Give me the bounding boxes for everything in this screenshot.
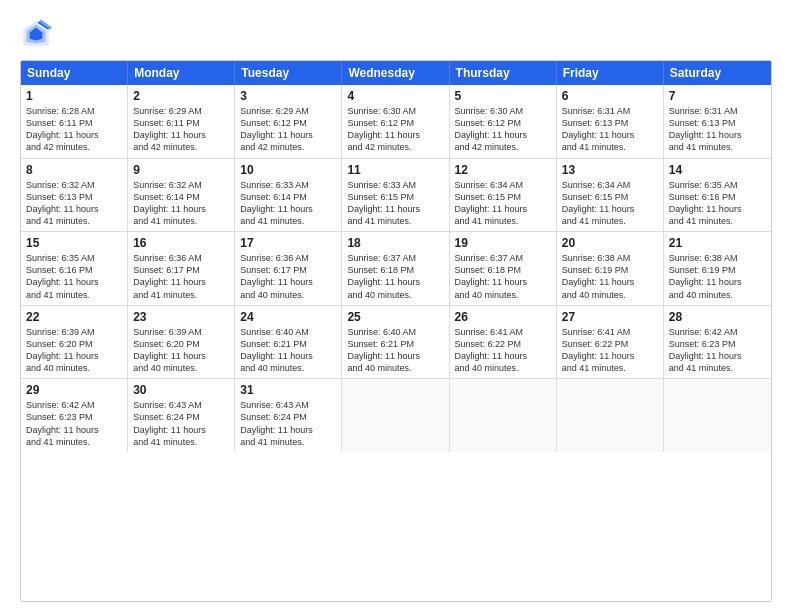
- calendar-day-27: 27Sunrise: 6:41 AMSunset: 6:22 PMDayligh…: [557, 306, 664, 379]
- calendar-day-2: 2Sunrise: 6:29 AMSunset: 6:11 PMDaylight…: [128, 85, 235, 158]
- day-number: 13: [562, 163, 658, 177]
- cell-info-line: Sunset: 6:13 PM: [669, 117, 766, 129]
- calendar-empty-cell: [664, 379, 771, 452]
- cell-info-line: and 41 minutes.: [562, 141, 658, 153]
- cell-info-line: and 40 minutes.: [347, 289, 443, 301]
- cell-info-line: Sunset: 6:17 PM: [133, 264, 229, 276]
- cell-info-line: and 41 minutes.: [240, 436, 336, 448]
- day-number: 30: [133, 383, 229, 397]
- cell-info-line: Daylight: 11 hours: [669, 276, 766, 288]
- logo: [20, 18, 56, 50]
- cell-info-line: Sunrise: 6:34 AM: [455, 179, 551, 191]
- calendar-empty-cell: [557, 379, 664, 452]
- cell-info-line: Daylight: 11 hours: [562, 276, 658, 288]
- day-number: 31: [240, 383, 336, 397]
- cell-info-line: and 40 minutes.: [455, 289, 551, 301]
- day-number: 18: [347, 236, 443, 250]
- cell-info-line: Daylight: 11 hours: [133, 350, 229, 362]
- day-header-wednesday: Wednesday: [342, 61, 449, 85]
- calendar-week-3: 15Sunrise: 6:35 AMSunset: 6:16 PMDayligh…: [21, 232, 771, 306]
- cell-info-line: Daylight: 11 hours: [240, 350, 336, 362]
- day-number: 28: [669, 310, 766, 324]
- cell-info-line: Sunset: 6:11 PM: [133, 117, 229, 129]
- calendar-day-13: 13Sunrise: 6:34 AMSunset: 6:15 PMDayligh…: [557, 159, 664, 232]
- cell-info-line: Sunset: 6:20 PM: [26, 338, 122, 350]
- day-number: 16: [133, 236, 229, 250]
- calendar-empty-cell: [342, 379, 449, 452]
- cell-info-line: Sunset: 6:23 PM: [26, 411, 122, 423]
- cell-info-line: Daylight: 11 hours: [240, 276, 336, 288]
- cell-info-line: Daylight: 11 hours: [26, 424, 122, 436]
- day-number: 24: [240, 310, 336, 324]
- day-number: 14: [669, 163, 766, 177]
- day-number: 25: [347, 310, 443, 324]
- cell-info-line: and 40 minutes.: [240, 362, 336, 374]
- day-number: 19: [455, 236, 551, 250]
- calendar-body: 1Sunrise: 6:28 AMSunset: 6:11 PMDaylight…: [21, 85, 771, 452]
- cell-info-line: Sunrise: 6:33 AM: [347, 179, 443, 191]
- cell-info-line: Sunset: 6:15 PM: [455, 191, 551, 203]
- cell-info-line: Sunrise: 6:40 AM: [240, 326, 336, 338]
- cell-info-line: Sunrise: 6:30 AM: [347, 105, 443, 117]
- cell-info-line: Sunrise: 6:31 AM: [669, 105, 766, 117]
- calendar-day-15: 15Sunrise: 6:35 AMSunset: 6:16 PMDayligh…: [21, 232, 128, 305]
- day-number: 26: [455, 310, 551, 324]
- cell-info-line: Daylight: 11 hours: [669, 203, 766, 215]
- cell-info-line: and 41 minutes.: [240, 215, 336, 227]
- cell-info-line: and 40 minutes.: [26, 362, 122, 374]
- calendar-day-7: 7Sunrise: 6:31 AMSunset: 6:13 PMDaylight…: [664, 85, 771, 158]
- cell-info-line: Sunset: 6:23 PM: [669, 338, 766, 350]
- cell-info-line: Sunset: 6:19 PM: [669, 264, 766, 276]
- cell-info-line: Daylight: 11 hours: [669, 350, 766, 362]
- cell-info-line: Sunrise: 6:43 AM: [240, 399, 336, 411]
- cell-info-line: and 42 minutes.: [26, 141, 122, 153]
- cell-info-line: Sunrise: 6:40 AM: [347, 326, 443, 338]
- cell-info-line: Sunset: 6:21 PM: [240, 338, 336, 350]
- calendar-day-20: 20Sunrise: 6:38 AMSunset: 6:19 PMDayligh…: [557, 232, 664, 305]
- calendar-week-4: 22Sunrise: 6:39 AMSunset: 6:20 PMDayligh…: [21, 306, 771, 380]
- day-number: 10: [240, 163, 336, 177]
- cell-info-line: and 41 minutes.: [133, 436, 229, 448]
- day-number: 12: [455, 163, 551, 177]
- cell-info-line: Sunrise: 6:41 AM: [562, 326, 658, 338]
- cell-info-line: Sunset: 6:14 PM: [133, 191, 229, 203]
- cell-info-line: and 41 minutes.: [455, 215, 551, 227]
- cell-info-line: and 42 minutes.: [240, 141, 336, 153]
- cell-info-line: Sunrise: 6:41 AM: [455, 326, 551, 338]
- cell-info-line: Sunrise: 6:34 AM: [562, 179, 658, 191]
- cell-info-line: and 42 minutes.: [133, 141, 229, 153]
- cell-info-line: Sunrise: 6:43 AM: [133, 399, 229, 411]
- calendar-week-5: 29Sunrise: 6:42 AMSunset: 6:23 PMDayligh…: [21, 379, 771, 452]
- cell-info-line: and 41 minutes.: [26, 215, 122, 227]
- cell-info-line: Sunset: 6:15 PM: [562, 191, 658, 203]
- calendar-week-1: 1Sunrise: 6:28 AMSunset: 6:11 PMDaylight…: [21, 85, 771, 159]
- day-header-saturday: Saturday: [664, 61, 771, 85]
- day-number: 11: [347, 163, 443, 177]
- day-number: 21: [669, 236, 766, 250]
- cell-info-line: and 40 minutes.: [455, 362, 551, 374]
- calendar-day-22: 22Sunrise: 6:39 AMSunset: 6:20 PMDayligh…: [21, 306, 128, 379]
- cell-info-line: Sunrise: 6:31 AM: [562, 105, 658, 117]
- cell-info-line: Daylight: 11 hours: [240, 424, 336, 436]
- cell-info-line: Sunrise: 6:42 AM: [669, 326, 766, 338]
- cell-info-line: Sunrise: 6:35 AM: [26, 252, 122, 264]
- header: [20, 18, 772, 50]
- calendar-day-12: 12Sunrise: 6:34 AMSunset: 6:15 PMDayligh…: [450, 159, 557, 232]
- calendar-empty-cell: [450, 379, 557, 452]
- cell-info-line: Daylight: 11 hours: [562, 129, 658, 141]
- cell-info-line: Sunrise: 6:36 AM: [240, 252, 336, 264]
- cell-info-line: Daylight: 11 hours: [347, 203, 443, 215]
- cell-info-line: Daylight: 11 hours: [347, 350, 443, 362]
- calendar-day-28: 28Sunrise: 6:42 AMSunset: 6:23 PMDayligh…: [664, 306, 771, 379]
- calendar-day-4: 4Sunrise: 6:30 AMSunset: 6:12 PMDaylight…: [342, 85, 449, 158]
- cell-info-line: and 41 minutes.: [669, 215, 766, 227]
- cell-info-line: Sunset: 6:24 PM: [133, 411, 229, 423]
- day-number: 1: [26, 89, 122, 103]
- calendar-week-2: 8Sunrise: 6:32 AMSunset: 6:13 PMDaylight…: [21, 159, 771, 233]
- cell-info-line: and 41 minutes.: [26, 436, 122, 448]
- day-number: 7: [669, 89, 766, 103]
- cell-info-line: Daylight: 11 hours: [26, 129, 122, 141]
- cell-info-line: Daylight: 11 hours: [455, 350, 551, 362]
- cell-info-line: Daylight: 11 hours: [455, 203, 551, 215]
- cell-info-line: Daylight: 11 hours: [240, 129, 336, 141]
